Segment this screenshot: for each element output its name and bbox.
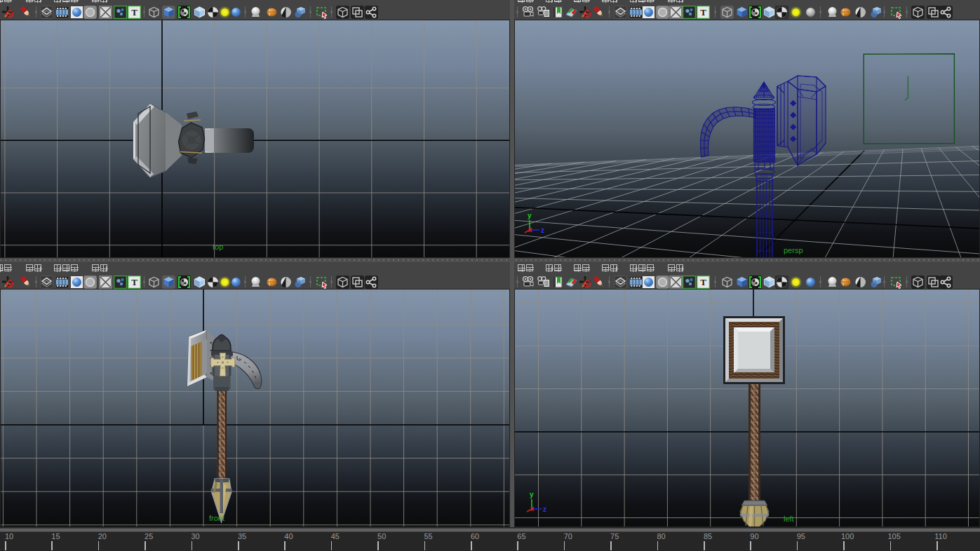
svg-text:y: y [530,491,534,498]
svg-text:T: T [700,277,706,287]
svg-text:T: T [131,277,137,287]
svg-text:persp: persp [784,246,803,254]
svg-text:T: T [700,7,706,18]
svg-text:z: z [543,505,546,513]
svg-text:front: front [209,514,224,522]
svg-text:y: y [528,212,532,219]
svg-text:z: z [541,226,544,234]
svg-text:x: x [528,226,532,233]
svg-text:left: left [784,515,794,523]
svg-text:T: T [131,7,137,18]
svg-text:x: x [530,505,535,512]
svg-text:top: top [213,243,223,251]
